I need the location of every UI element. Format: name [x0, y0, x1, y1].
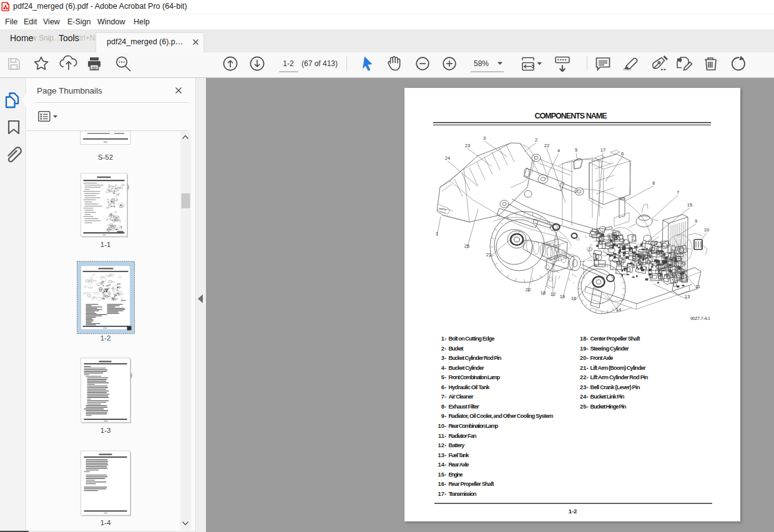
svg-text:19-: 19-: [580, 346, 588, 352]
svg-text:58%: 58%: [474, 59, 489, 68]
svg-text:12: 12: [551, 291, 556, 297]
svg-text:1-3: 1-3: [100, 427, 111, 434]
svg-text:1-: 1-: [441, 336, 446, 342]
svg-text:1: 1: [436, 231, 438, 236]
svg-text:7-: 7-: [441, 394, 446, 400]
svg-text:S-52: S-52: [98, 153, 113, 161]
svg-text:Bucket Cylinder: Bucket Cylinder: [449, 365, 484, 371]
svg-text:2: 2: [535, 137, 537, 143]
svg-text:Bucket: Bucket: [449, 346, 464, 352]
svg-text:1-4: 1-4: [100, 519, 111, 526]
svg-text:Air Cleaner: Air Cleaner: [449, 394, 474, 400]
svg-text:Radiator, Oil Cooler, and Othe: Radiator, Oil Cooler, and Other Cooling …: [449, 413, 554, 419]
svg-text:24: 24: [445, 155, 450, 161]
svg-text:20-: 20-: [580, 355, 588, 361]
svg-text:5: 5: [575, 147, 577, 153]
svg-text:Engine: Engine: [449, 472, 463, 478]
svg-text:23-: 23-: [580, 384, 588, 390]
svg-text:16: 16: [571, 296, 576, 301]
svg-text:13-: 13-: [438, 452, 446, 458]
svg-text:4-: 4-: [441, 365, 446, 371]
svg-text:11: 11: [695, 284, 700, 289]
svg-text:Front Combination Lamp: Front Combination Lamp: [449, 374, 501, 380]
svg-text:Lift Arm (Boom) Cylinder: Lift Arm (Boom) Cylinder: [590, 365, 646, 371]
svg-text:Lift Arm Cylinder Rod Pin: Lift Arm Cylinder Rod Pin: [590, 374, 649, 380]
svg-text:Steering Cylinder: Steering Cylinder: [590, 346, 629, 352]
svg-text:18-: 18-: [580, 336, 588, 342]
svg-text:9-: 9-: [441, 413, 446, 419]
svg-text:14-: 14-: [438, 462, 446, 468]
svg-text:90Z7-7-4-1: 90Z7-7-4-1: [690, 316, 710, 321]
svg-text:Fuel Tank: Fuel Tank: [449, 452, 470, 458]
svg-text:1-2: 1-2: [283, 59, 294, 68]
svg-text:Bucket Hinge Pin: Bucket Hinge Pin: [590, 404, 627, 410]
svg-text:4: 4: [557, 148, 560, 153]
svg-text:Bolt on Cutting Edge: Bolt on Cutting Edge: [449, 336, 495, 342]
svg-text:Rear Propeller Shaft: Rear Propeller Shaft: [449, 481, 494, 487]
svg-text:Exhaust Filter: Exhaust Filter: [449, 404, 479, 410]
svg-text:8: 8: [652, 180, 655, 186]
svg-text:Center Propeller Shaft: Center Propeller Shaft: [590, 336, 640, 342]
svg-text:Rear Axle: Rear Axle: [449, 462, 469, 468]
svg-text:25: 25: [464, 243, 469, 249]
svg-text:5-: 5-: [441, 374, 446, 380]
svg-text:(67 of 413): (67 of 413): [301, 59, 338, 68]
svg-text:1-1: 1-1: [100, 241, 111, 248]
svg-text:7: 7: [677, 190, 679, 195]
svg-text:12-: 12-: [438, 442, 446, 448]
svg-text:Bell Crank (Lever) Pin: Bell Crank (Lever) Pin: [590, 384, 640, 390]
svg-text:11-: 11-: [438, 433, 446, 439]
svg-text:Front Axle: Front Axle: [590, 355, 614, 361]
svg-text:Rear Combination Lamp: Rear Combination Lamp: [449, 423, 499, 429]
svg-text:21-: 21-: [580, 365, 588, 371]
svg-text:17: 17: [600, 147, 605, 153]
svg-text:6: 6: [621, 151, 624, 157]
svg-text:21: 21: [486, 252, 491, 258]
svg-text:14: 14: [616, 307, 621, 312]
svg-text:18: 18: [541, 290, 546, 296]
svg-text:1-2: 1-2: [569, 508, 577, 515]
svg-text:16-: 16-: [438, 481, 446, 487]
svg-text:Transmission: Transmission: [449, 491, 477, 497]
svg-text:17-: 17-: [438, 491, 446, 497]
svg-text:Battery: Battery: [449, 442, 466, 448]
svg-text:13: 13: [685, 294, 690, 299]
svg-text:Radiator Fan: Radiator Fan: [449, 433, 477, 439]
svg-text:3: 3: [483, 135, 486, 141]
svg-text:8-: 8-: [441, 404, 446, 410]
svg-text:20: 20: [526, 287, 531, 293]
svg-text:Bucket Link Pin: Bucket Link Pin: [590, 394, 625, 400]
svg-text:3-: 3-: [441, 355, 446, 361]
svg-text:Hydraulic Oil Tank: Hydraulic Oil Tank: [449, 384, 491, 390]
svg-text:10: 10: [704, 227, 709, 233]
svg-text:22: 22: [544, 143, 549, 148]
svg-text:Bucket Cylinder Rod Pin: Bucket Cylinder Rod Pin: [449, 355, 502, 361]
svg-text:15: 15: [687, 202, 692, 208]
svg-text:23: 23: [465, 143, 470, 148]
svg-text:10-: 10-: [438, 423, 446, 429]
svg-text:6-: 6-: [441, 384, 446, 390]
svg-text:COMPONENTS NAME: COMPONENTS NAME: [535, 112, 607, 120]
svg-text:25-: 25-: [580, 404, 588, 410]
svg-text:19: 19: [560, 294, 565, 299]
svg-text:9: 9: [695, 218, 697, 224]
svg-text:1-2: 1-2: [100, 334, 111, 342]
svg-text:2-: 2-: [441, 346, 446, 352]
svg-text:15-: 15-: [438, 472, 446, 478]
svg-text:24-: 24-: [580, 394, 588, 400]
svg-text:22-: 22-: [580, 374, 588, 380]
